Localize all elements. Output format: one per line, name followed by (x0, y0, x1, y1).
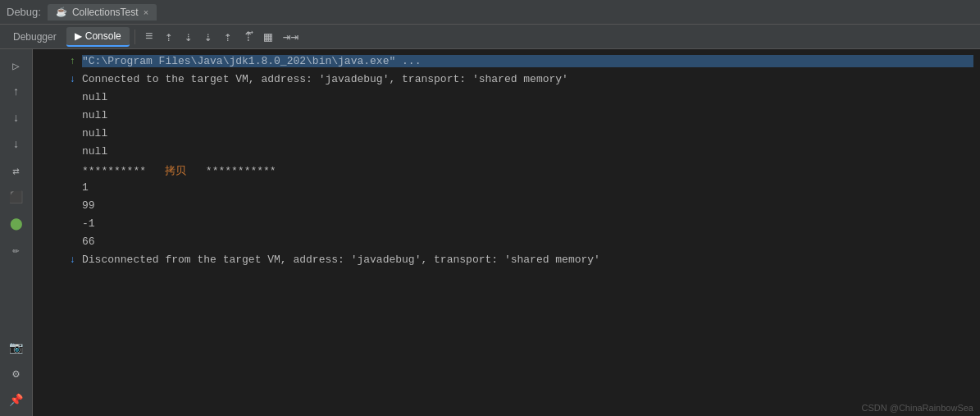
toolbar-step3-btn[interactable]: ⇡⃗ (239, 27, 258, 47)
arrow-up-icon: ↑ (70, 56, 75, 67)
console-line-7: ********** 拷贝 *********** (33, 162, 980, 181)
line-content-4: null (82, 109, 973, 121)
console-line-5: null (33, 126, 980, 144)
console-line-6: null (33, 144, 980, 162)
console-line-11: 66 (33, 235, 980, 253)
line-content-12: Disconnected from the target VM, address… (82, 254, 973, 266)
console-label: Console (85, 30, 121, 42)
toolbar-step-btn[interactable]: ⇣ (199, 27, 217, 47)
step-out-btn[interactable]: ↓ (5, 133, 28, 156)
line-content-6: null (82, 145, 973, 158)
line-content-10: -1 (82, 217, 973, 230)
toolbar-separator (134, 30, 135, 44)
step-into-btn[interactable]: ↓ (5, 107, 28, 130)
line-gutter-12: ↓ (33, 254, 82, 266)
console-line-4: null (33, 108, 980, 126)
console-line-8: 1 (33, 181, 980, 199)
console-area[interactable]: ↑ "C:\Program Files\Java\jdk1.8.0_202\bi… (33, 49, 980, 416)
toolbar-step2-btn[interactable]: ⇡ (219, 27, 237, 47)
line-gutter-2: ↓ (33, 74, 82, 85)
line-content-5: null (82, 127, 973, 139)
tab-console[interactable]: ▶ Console (66, 27, 130, 47)
line-content-7: ********** 拷贝 *********** (82, 163, 973, 178)
main-layout: ▷ ↑ ↓ ↓ ⇄ ⬛ ⬤ ✏ 📷 ⚙ 📌 ↑ "C:\Program File… (0, 49, 980, 416)
watermark: CSDN @ChinaRainbowSea (861, 403, 973, 413)
console-line-1: ↑ "C:\Program Files\Java\jdk1.8.0_202\bi… (33, 54, 980, 72)
line-content-11: 66 (82, 235, 973, 248)
rerun-btn[interactable]: ⇄ (5, 159, 28, 182)
line-content-3: null (82, 91, 973, 103)
line-content-2: Connected to the target VM, address: 'ja… (82, 73, 973, 85)
snapshot-btn[interactable]: 📷 (5, 336, 28, 359)
line-gutter-1: ↑ (33, 56, 82, 67)
stop-btn[interactable]: ⬛ (5, 185, 28, 208)
debugger-label: Debugger (13, 31, 57, 43)
toolbar-scroll-up-btn[interactable]: ⇡ (160, 27, 178, 47)
line-content-9: 99 (82, 199, 973, 212)
tab-debugger[interactable]: Debugger (5, 28, 65, 46)
toolbar-menu-btn[interactable]: ≡ (140, 28, 158, 46)
java-icon: ☕ (56, 7, 67, 17)
resume-btn[interactable]: ▷ (5, 54, 28, 77)
step-over-btn[interactable]: ↑ (5, 80, 28, 103)
arrow-down-icon-2: ↓ (70, 254, 75, 266)
collections-test-tab[interactable]: ☕ CollectionsTest × (48, 4, 157, 21)
breakpoints-btn[interactable]: ⬤ (5, 212, 28, 235)
console-line-12: ↓ Disconnected from the target VM, addre… (33, 253, 980, 271)
settings-btn[interactable]: ⚙ (5, 362, 28, 385)
sidebar: ▷ ↑ ↓ ↓ ⇄ ⬛ ⬤ ✏ 📷 ⚙ 📌 (0, 49, 33, 416)
debug-label: Debug: (7, 6, 41, 18)
console-line-10: -1 (33, 217, 980, 235)
line-content-8: 1 (82, 181, 973, 194)
console-line-2: ↓ Connected to the target VM, address: '… (33, 72, 980, 90)
line-content-1: "C:\Program Files\Java\jdk1.8.0_202\bin\… (82, 55, 973, 67)
console-line-3: null (33, 90, 980, 108)
console-icon: ▶ (75, 30, 82, 42)
arrow-down-icon: ↓ (70, 74, 75, 85)
toolbar-grid-btn[interactable]: ▦ (259, 27, 277, 47)
console-line-9: 99 (33, 199, 980, 217)
tab-close-button[interactable]: × (144, 7, 148, 17)
toolbar-scroll-down-btn[interactable]: ⇣ (180, 27, 198, 47)
title-bar: Debug: ☕ CollectionsTest × (0, 0, 980, 25)
edit-btn[interactable]: ✏ (5, 238, 28, 261)
tab-name: CollectionsTest (72, 7, 139, 18)
toolbar: Debugger ▶ Console ≡ ⇡ ⇣ ⇣ ⇡ ⇡⃗ ▦ ⇥⇥ (0, 25, 980, 49)
chinese-text: 拷贝 (165, 164, 186, 176)
toolbar-format-btn[interactable]: ⇥⇥ (279, 27, 303, 47)
pin-btn[interactable]: 📌 (5, 388, 28, 411)
